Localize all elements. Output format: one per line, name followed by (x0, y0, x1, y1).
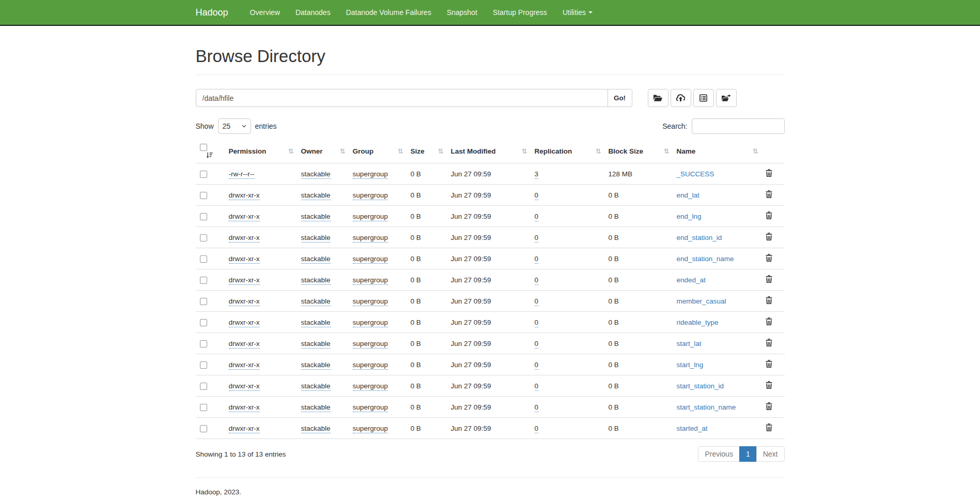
cut-paste-button[interactable] (716, 89, 737, 107)
delete-file-button[interactable] (766, 190, 772, 200)
replication-cell[interactable]: 0 (535, 213, 539, 221)
group-cell[interactable]: supergroup (353, 319, 388, 327)
group-cell[interactable]: supergroup (353, 297, 388, 306)
column-header-owner[interactable]: Owner ⇅ (297, 139, 349, 163)
replication-cell[interactable]: 0 (535, 382, 539, 391)
owner-cell[interactable]: stackable (301, 319, 331, 327)
nav-item-datanodes[interactable]: Datanodes (288, 0, 338, 25)
group-cell[interactable]: supergroup (353, 191, 388, 200)
owner-cell[interactable]: stackable (301, 276, 331, 285)
delete-file-button[interactable] (766, 402, 772, 412)
upload-file-button[interactable] (671, 89, 691, 107)
column-header-size[interactable]: Size ⇅ (407, 139, 447, 163)
permission-cell[interactable]: drwxr-xr-x (229, 191, 260, 200)
row-checkbox[interactable] (200, 255, 207, 263)
delete-file-button[interactable] (766, 169, 772, 178)
column-header-block-size[interactable]: Block Size ⇅ (604, 139, 673, 163)
permission-cell[interactable]: drwxr-xr-x (229, 382, 260, 391)
replication-cell[interactable]: 0 (535, 191, 539, 200)
pagination-previous[interactable]: Previous (698, 446, 739, 462)
permission-cell[interactable]: drwxr-xr-x (229, 255, 260, 264)
replication-cell[interactable]: 0 (535, 234, 539, 243)
owner-cell[interactable]: stackable (301, 425, 331, 433)
file-link[interactable]: ended_at (677, 276, 706, 284)
group-cell[interactable]: supergroup (353, 276, 388, 285)
group-cell[interactable]: supergroup (353, 425, 388, 433)
delete-file-button[interactable] (766, 381, 772, 390)
row-checkbox[interactable] (200, 383, 207, 390)
file-link[interactable]: start_station_id (677, 382, 724, 390)
group-cell[interactable]: supergroup (353, 213, 388, 221)
create-directory-button[interactable] (648, 89, 668, 107)
file-link[interactable]: end_station_name (677, 255, 734, 263)
replication-cell[interactable]: 0 (535, 425, 539, 433)
owner-cell[interactable]: stackable (301, 382, 331, 391)
delete-file-button[interactable] (766, 317, 772, 327)
replication-cell[interactable]: 0 (535, 276, 539, 285)
owner-cell[interactable]: stackable (301, 191, 331, 200)
owner-cell[interactable]: stackable (301, 403, 331, 412)
replication-cell[interactable]: 0 (535, 403, 539, 412)
group-cell[interactable]: supergroup (353, 234, 388, 243)
permission-cell[interactable]: drwxr-xr-x (229, 340, 260, 349)
list-alt-button[interactable] (693, 89, 714, 107)
permission-cell[interactable]: drwxr-xr-x (229, 403, 260, 412)
group-cell[interactable]: supergroup (353, 340, 388, 349)
permission-cell[interactable]: drwxr-xr-x (229, 425, 260, 433)
select-all-checkbox[interactable] (200, 144, 207, 151)
row-checkbox[interactable] (200, 340, 207, 347)
row-checkbox[interactable] (200, 361, 207, 369)
file-link[interactable]: start_station_name (677, 403, 736, 411)
pagination-next[interactable]: Next (756, 446, 785, 462)
replication-cell[interactable]: 0 (535, 319, 539, 327)
nav-item-overview[interactable]: Overview (242, 0, 288, 25)
permission-cell[interactable]: drwxr-xr-x (229, 213, 260, 221)
page-size-select[interactable]: 25 (218, 118, 251, 134)
replication-cell[interactable]: 0 (535, 297, 539, 306)
row-checkbox[interactable] (200, 298, 207, 305)
go-button[interactable]: Go! (608, 89, 632, 107)
column-header-replication[interactable]: Replication ⇅ (531, 139, 604, 163)
row-checkbox[interactable] (200, 213, 207, 220)
delete-file-button[interactable] (766, 360, 772, 369)
delete-file-button[interactable] (766, 296, 772, 306)
row-checkbox[interactable] (200, 404, 207, 411)
delete-file-button[interactable] (766, 233, 772, 242)
owner-cell[interactable]: stackable (301, 170, 331, 179)
file-link[interactable]: _SUCCESS (677, 170, 714, 178)
group-cell[interactable]: supergroup (353, 255, 388, 264)
replication-cell[interactable]: 0 (535, 340, 539, 349)
permission-cell[interactable]: drwxr-xr-x (229, 234, 260, 243)
file-link[interactable]: end_lng (677, 213, 702, 220)
search-input[interactable] (692, 118, 785, 134)
replication-cell[interactable]: 0 (535, 255, 539, 264)
replication-cell[interactable]: 0 (535, 361, 539, 370)
group-cell[interactable]: supergroup (353, 361, 388, 370)
owner-cell[interactable]: stackable (301, 255, 331, 264)
owner-cell[interactable]: stackable (301, 297, 331, 306)
column-header-select-all[interactable] (196, 139, 225, 163)
delete-file-button[interactable] (766, 211, 772, 221)
owner-cell[interactable]: stackable (301, 234, 331, 243)
column-header-permission[interactable]: Permission ⇅ (225, 139, 297, 163)
file-link[interactable]: rideable_type (677, 319, 719, 326)
column-header-group[interactable]: Group ⇅ (349, 139, 407, 163)
nav-item-datanode-volume-failures[interactable]: Datanode Volume Failures (338, 0, 439, 25)
file-link[interactable]: member_casual (677, 297, 726, 305)
file-link[interactable]: end_station_id (677, 234, 722, 241)
row-checkbox[interactable] (200, 192, 207, 199)
pagination-page-1[interactable]: 1 (739, 446, 757, 462)
delete-file-button[interactable] (766, 339, 772, 348)
directory-path-input[interactable] (196, 89, 608, 107)
delete-file-button[interactable] (766, 424, 772, 433)
permission-cell[interactable]: drwxr-xr-x (229, 276, 260, 285)
owner-cell[interactable]: stackable (301, 361, 331, 370)
column-header-name[interactable]: Name ⇅ (673, 139, 761, 163)
replication-cell[interactable]: 3 (535, 170, 539, 179)
nav-item-startup-progress[interactable]: Startup Progress (485, 0, 555, 25)
file-link[interactable]: end_lat (677, 191, 699, 199)
nav-item-utilities-dropdown[interactable]: Utilities (555, 0, 600, 25)
nav-item-snapshot[interactable]: Snapshot (439, 0, 485, 25)
permission-cell[interactable]: -rw-r--r-- (229, 170, 255, 179)
file-link[interactable]: start_lng (677, 361, 704, 369)
